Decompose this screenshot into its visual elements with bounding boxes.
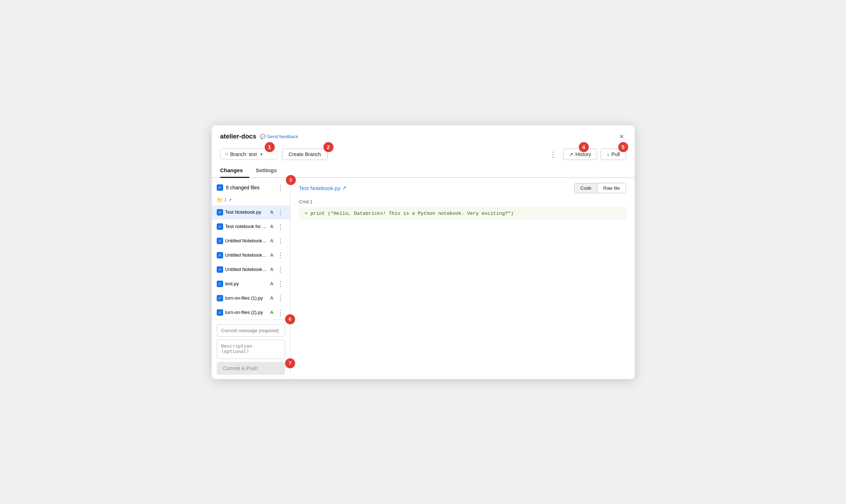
left-panel: ✓ 9 changed files 3 ⋮ 📁 / ↗ ✓ Test Noteb… bbox=[212, 178, 290, 379]
close-button[interactable]: × bbox=[617, 132, 626, 141]
file-name-3: Untitled Notebook 2023-12-06 1... bbox=[225, 252, 268, 258]
file-status-0: A bbox=[270, 209, 273, 215]
code-view-button[interactable]: Code bbox=[575, 183, 597, 193]
select-all-checkbox[interactable]: ✓ bbox=[217, 184, 223, 191]
feedback-link[interactable]: 💬 Send feedback bbox=[260, 134, 298, 139]
file-name-7: turn-on-files (2).py bbox=[225, 310, 268, 315]
folder-row: 📁 / ↗ bbox=[212, 195, 290, 205]
file-name-1: Test notebook for API code sampl... bbox=[225, 224, 268, 229]
chevron-down-icon: ▾ bbox=[260, 152, 263, 157]
file-checkbox-2[interactable]: ✓ bbox=[217, 238, 223, 244]
branch-label: Branch: test bbox=[230, 151, 257, 157]
file-name-2: Untitled Notebook 2023-10-18 1... bbox=[225, 238, 268, 243]
right-panel: Test Notebook.py ↗ Code Raw file Cmd 1 +… bbox=[290, 178, 635, 379]
code-diff: + print ("Hello, Databricks! This is a P… bbox=[299, 207, 626, 220]
create-branch-button[interactable]: Create Branch bbox=[282, 149, 328, 160]
file-more-4[interactable]: ⋮ bbox=[276, 265, 285, 274]
file-item-7[interactable]: ✓ turn-on-files (2).py A ⋮ bbox=[212, 305, 290, 320]
file-status-5: A bbox=[270, 281, 273, 286]
changed-files-header: ✓ 9 changed files 3 ⋮ bbox=[212, 178, 290, 195]
branch-icon: ⑂ bbox=[225, 151, 228, 157]
file-checkbox-6[interactable]: ✓ bbox=[217, 295, 223, 301]
file-more-6[interactable]: ⋮ bbox=[276, 294, 285, 303]
feedback-icon: 💬 bbox=[260, 134, 266, 139]
code-area: Cmd 1 + print ("Hello, Databricks! This … bbox=[290, 197, 635, 379]
file-checkbox-1[interactable]: ✓ bbox=[217, 223, 223, 230]
file-item-2[interactable]: ✓ Untitled Notebook 2023-10-18 1... A ⋮ bbox=[212, 234, 290, 248]
more-options-button[interactable]: ⋮ bbox=[547, 149, 559, 160]
app-title: atelier-docs bbox=[220, 133, 256, 140]
file-item-6[interactable]: ✓ turn-on-files (1).py A ⋮ bbox=[212, 291, 290, 305]
file-item-0[interactable]: ✓ Test Notebook.py A ⋮ bbox=[212, 205, 290, 219]
file-item-1[interactable]: ✓ Test notebook for API code sampl... A … bbox=[212, 219, 290, 234]
folder-external-link-icon[interactable]: ↗ bbox=[228, 198, 232, 203]
commit-push-button[interactable]: Commit & Push bbox=[217, 362, 285, 375]
file-status-2: A bbox=[270, 238, 273, 243]
raw-file-button[interactable]: Raw file bbox=[597, 183, 625, 193]
toolbar-right: ⋮ 4 ↗ History 5 ↓ Pull bbox=[547, 149, 626, 160]
file-name-4: Untitled Notebook 2023-12-06 1... bbox=[225, 267, 268, 272]
file-status-1: A bbox=[270, 224, 273, 229]
file-status-3: A bbox=[270, 252, 273, 258]
file-item-5[interactable]: ✓ test.py A ⋮ bbox=[212, 277, 290, 291]
file-more-2[interactable]: ⋮ bbox=[276, 236, 285, 246]
cmd-label: Cmd 1 bbox=[299, 197, 626, 206]
history-label: History bbox=[576, 151, 591, 157]
pull-icon: ↓ bbox=[607, 151, 609, 157]
changed-files-count: 9 changed files bbox=[226, 185, 260, 190]
file-checkbox-0[interactable]: ✓ bbox=[217, 209, 223, 215]
file-more-3[interactable]: ⋮ bbox=[276, 251, 285, 260]
tab-settings[interactable]: Settings bbox=[256, 164, 283, 178]
file-item-4[interactable]: ✓ Untitled Notebook 2023-12-06 1... A ⋮ bbox=[212, 262, 290, 277]
file-title: Test Notebook.py bbox=[299, 185, 341, 191]
file-status-4: A bbox=[270, 267, 273, 272]
description-input[interactable] bbox=[217, 340, 285, 359]
folder-path: / bbox=[225, 197, 226, 203]
badge-2: 2 bbox=[323, 142, 333, 152]
feedback-label: Send feedback bbox=[267, 134, 298, 139]
file-checkbox-5[interactable]: ✓ bbox=[217, 281, 223, 287]
main-content: ✓ 9 changed files 3 ⋮ 📁 / ↗ ✓ Test Noteb… bbox=[212, 178, 635, 379]
badge-3: 3 bbox=[286, 175, 296, 185]
file-item-3[interactable]: ✓ Untitled Notebook 2023-12-06 1... A ⋮ bbox=[212, 248, 290, 262]
commit-message-input[interactable] bbox=[217, 324, 285, 337]
external-link-icon: ↗ bbox=[342, 185, 347, 191]
pull-label: Pull bbox=[611, 151, 620, 157]
file-name-5: test.py bbox=[225, 281, 268, 286]
file-more-1[interactable]: ⋮ bbox=[276, 222, 285, 231]
title-bar-left: atelier-docs 💬 Send feedback bbox=[220, 133, 298, 140]
file-list: ✓ Test Notebook.py A ⋮ ✓ Test notebook f… bbox=[212, 205, 290, 320]
view-toggle: Code Raw file bbox=[574, 183, 626, 193]
file-status-7: A bbox=[270, 310, 273, 315]
file-name-0: Test Notebook.py bbox=[225, 209, 268, 215]
file-more-7[interactable]: ⋮ bbox=[276, 308, 285, 317]
file-status-6: A bbox=[270, 295, 273, 301]
badge-7: 7 bbox=[285, 358, 295, 368]
file-checkbox-3[interactable]: ✓ bbox=[217, 252, 223, 258]
folder-icon: 📁 bbox=[217, 197, 223, 203]
main-window: atelier-docs 💬 Send feedback × 1 ⑂ Branc… bbox=[212, 125, 635, 379]
tabs-bar: Changes Settings bbox=[212, 164, 635, 178]
file-title-link[interactable]: Test Notebook.py ↗ bbox=[299, 185, 347, 191]
file-more-5[interactable]: ⋮ bbox=[276, 279, 285, 289]
badge-4: 4 bbox=[579, 142, 589, 152]
badge-5: 5 bbox=[618, 142, 628, 152]
tab-changes[interactable]: Changes bbox=[220, 164, 249, 178]
file-name-6: turn-on-files (1).py bbox=[225, 295, 268, 301]
toolbar-left: 1 ⑂ Branch: test ▾ 2 Create Branch bbox=[220, 149, 328, 160]
badge-1: 1 bbox=[265, 142, 275, 152]
badge-6: 6 bbox=[285, 314, 295, 324]
file-header: Test Notebook.py ↗ Code Raw file bbox=[290, 178, 635, 197]
file-more-0[interactable]: ⋮ bbox=[276, 208, 285, 217]
history-icon: ↗ bbox=[569, 151, 573, 157]
title-bar: atelier-docs 💬 Send feedback × bbox=[212, 125, 635, 145]
files-more-button[interactable]: ⋮ bbox=[276, 183, 285, 192]
changed-files-left: ✓ 9 changed files bbox=[217, 184, 260, 191]
file-checkbox-7[interactable]: ✓ bbox=[217, 309, 223, 316]
toolbar: 1 ⑂ Branch: test ▾ 2 Create Branch ⋮ 4 ↗… bbox=[212, 145, 635, 164]
commit-area: 6 7 Commit & Push bbox=[212, 320, 290, 379]
file-checkbox-4[interactable]: ✓ bbox=[217, 266, 223, 273]
